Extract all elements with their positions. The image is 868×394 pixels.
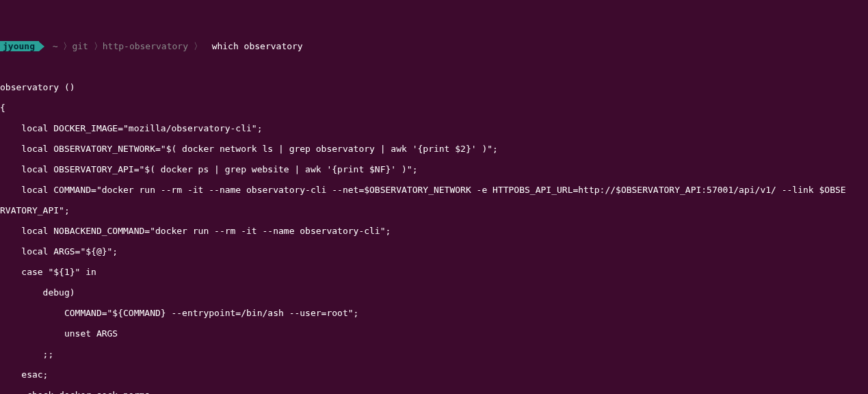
code-line: _check_docker_sock_perms; — [0, 390, 868, 394]
function-output: observatory () { local DOCKER_IMAGE="moz… — [0, 72, 868, 394]
arrow-icon — [39, 42, 44, 51]
code-line: esac; — [0, 369, 868, 380]
code-line: local OBSERVATORY_API="$( docker ps | gr… — [0, 164, 868, 174]
code-line: ;; — [0, 349, 868, 359]
code-line: RVATORY_API"; — [0, 205, 868, 215]
prompt-path: ~ 〉git 〉http-observatory 〉 — [44, 41, 202, 51]
code-line: unset ARGS — [0, 328, 868, 339]
code-line: { — [0, 103, 868, 113]
code-line: observatory () — [0, 82, 868, 92]
code-line: local COMMAND="docker run --rm -it --nam… — [0, 185, 868, 195]
code-line: local OBSERVATORY_NETWORK="$( docker net… — [0, 144, 868, 154]
prompt-line-1[interactable]: jyoung ~ 〉git 〉http-observatory 〉 which … — [0, 41, 868, 51]
code-line: case "${1}" in — [0, 267, 868, 277]
code-line: local NOBACKEND_COMMAND="docker run --rm… — [0, 226, 868, 236]
code-line: local DOCKER_IMAGE="mozilla/observatory-… — [0, 123, 868, 133]
prompt-user: jyoung — [0, 41, 39, 51]
code-line: local ARGS="${@}"; — [0, 246, 868, 257]
code-line: debug) — [0, 287, 868, 298]
command-text: which observatory — [202, 41, 303, 51]
code-line: COMMAND="${COMMAND} --entrypoint=/bin/as… — [0, 308, 868, 318]
